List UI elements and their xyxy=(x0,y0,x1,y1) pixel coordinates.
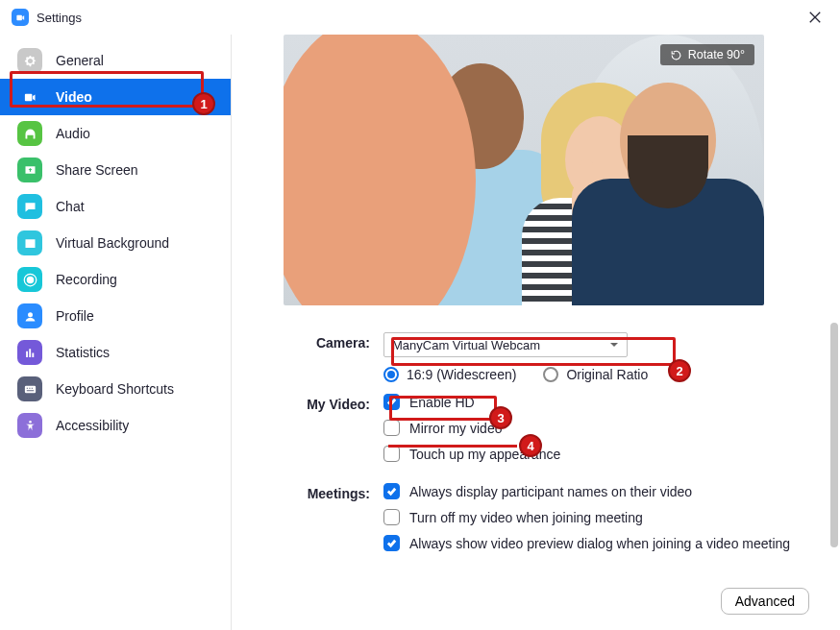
titlebar: Settings xyxy=(0,0,840,35)
content-fade xyxy=(482,559,813,586)
video-preview: Rotate 90° xyxy=(284,35,764,305)
sidebar-item-keyboard-shortcuts[interactable]: Keyboard Shortcuts xyxy=(0,371,231,407)
sidebar-item-label: Keyboard Shortcuts xyxy=(56,381,174,397)
rotate-label: Rotate 90° xyxy=(688,48,745,61)
svg-point-0 xyxy=(26,276,34,283)
svg-rect-3 xyxy=(24,385,35,393)
sidebar-item-label: Statistics xyxy=(56,345,110,360)
meetings-label: Meetings: xyxy=(284,483,383,501)
svg-point-2 xyxy=(28,312,33,317)
statistics-icon xyxy=(17,340,42,365)
rotate-90-button[interactable]: Rotate 90° xyxy=(660,44,754,65)
gear-icon xyxy=(17,48,42,73)
profile-icon xyxy=(17,303,42,328)
scrollbar-thumb[interactable] xyxy=(830,323,838,547)
sidebar-item-recording[interactable]: Recording xyxy=(0,261,231,298)
record-icon xyxy=(17,267,42,292)
radio-label: Original Ratio xyxy=(566,367,648,382)
checkbox-icon xyxy=(383,446,400,462)
share-screen-icon xyxy=(17,158,42,182)
checkbox-label: Turn off my video when joining meeting xyxy=(409,510,643,525)
sidebar-item-virtual-background[interactable]: Virtual Background xyxy=(0,225,231,261)
sidebar-item-label: Profile xyxy=(56,308,94,324)
sidebar-item-label: Share Screen xyxy=(56,162,138,178)
headphones-icon xyxy=(17,121,42,146)
enable-hd-checkbox[interactable]: Enable HD xyxy=(383,394,813,410)
app-icon xyxy=(12,9,29,26)
sidebar-item-chat[interactable]: Chat xyxy=(0,188,231,225)
close-button[interactable] xyxy=(802,4,828,31)
sidebar-item-label: Chat xyxy=(56,199,85,214)
checkbox-icon xyxy=(383,483,400,499)
show-video-preview-dialog-checkbox[interactable]: Always show video preview dialog when jo… xyxy=(383,535,813,551)
sidebar-item-general[interactable]: General xyxy=(0,42,231,79)
checkbox-label: Touch up my appearance xyxy=(409,447,560,462)
turn-off-video-on-join-checkbox[interactable]: Turn off my video when joining meeting xyxy=(383,509,813,525)
aspect-ratio-16-9[interactable]: 16:9 (Widescreen) xyxy=(383,367,516,382)
virtual-background-icon xyxy=(17,230,42,255)
content-pane: Rotate 90° Camera: ManyCam Virtual Webca… xyxy=(232,35,840,630)
display-participant-names-checkbox[interactable]: Always display participant names on thei… xyxy=(383,483,813,499)
checkbox-icon xyxy=(383,535,400,551)
preview-illustration xyxy=(284,35,764,305)
sidebar-item-share-screen[interactable]: Share Screen xyxy=(0,152,231,188)
camera-select[interactable]: ManyCam Virtual Webcam xyxy=(383,332,628,357)
checkbox-label: Enable HD xyxy=(409,395,475,410)
keyboard-icon xyxy=(17,376,42,401)
sidebar-item-statistics[interactable]: Statistics xyxy=(0,334,231,371)
checkbox-icon xyxy=(383,509,400,525)
sidebar-item-label: Audio xyxy=(56,126,90,141)
sidebar-item-label: Recording xyxy=(56,272,117,287)
checkbox-label: Mirror my video xyxy=(409,421,502,436)
touch-up-appearance-checkbox[interactable]: Touch up my appearance xyxy=(383,446,813,462)
window-title: Settings xyxy=(37,11,82,25)
sidebar-item-audio[interactable]: Audio xyxy=(0,115,231,152)
chat-icon xyxy=(17,194,42,219)
video-icon xyxy=(17,85,42,109)
aspect-ratio-original[interactable]: Original Ratio xyxy=(543,367,648,382)
checkbox-icon xyxy=(383,420,400,436)
sidebar: General Video Audio Share Screen Chat xyxy=(0,35,232,630)
checkbox-label: Always display participant names on thei… xyxy=(409,484,692,499)
mirror-video-checkbox[interactable]: Mirror my video xyxy=(383,420,813,436)
sidebar-item-video[interactable]: Video xyxy=(0,79,231,115)
my-video-label: My Video: xyxy=(284,394,383,412)
checkbox-label: Always show video preview dialog when jo… xyxy=(409,536,790,551)
sidebar-item-label: General xyxy=(56,53,104,68)
radio-label: 16:9 (Widescreen) xyxy=(407,367,516,382)
sidebar-item-label: Video xyxy=(56,89,92,105)
radio-icon xyxy=(383,367,399,382)
sidebar-item-accessibility[interactable]: Accessibility xyxy=(0,407,231,444)
sidebar-item-profile[interactable]: Profile xyxy=(0,298,231,334)
sidebar-item-label: Virtual Background xyxy=(56,235,169,251)
chevron-down-icon xyxy=(609,340,619,350)
radio-icon xyxy=(543,367,558,382)
sidebar-item-label: Accessibility xyxy=(56,418,129,433)
camera-label: Camera: xyxy=(284,332,383,351)
accessibility-icon xyxy=(17,413,42,438)
checkbox-icon xyxy=(383,394,400,410)
svg-point-4 xyxy=(29,420,32,423)
camera-selected-value: ManyCam Virtual Webcam xyxy=(392,338,540,352)
advanced-button[interactable]: Advanced xyxy=(721,588,809,615)
